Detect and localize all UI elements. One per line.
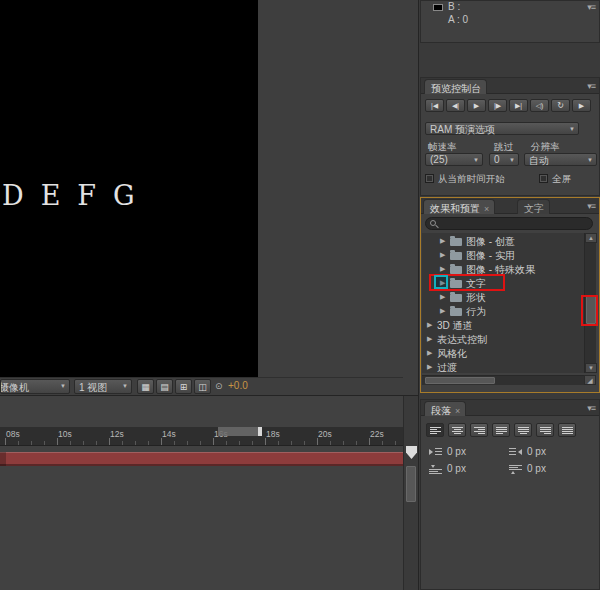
comp-marker-bin[interactable] — [406, 446, 417, 459]
space-after-value[interactable]: 0 px — [527, 463, 546, 474]
expand-arrow-icon[interactable]: ▶ — [440, 237, 445, 245]
hscroll-thumb[interactable] — [425, 377, 495, 384]
time-tick-label: 20s — [318, 429, 332, 439]
expand-arrow-icon[interactable]: ▶ — [440, 279, 445, 287]
go-to-end-button[interactable]: ▶| — [509, 99, 528, 112]
expand-arrow-icon[interactable]: ▶ — [440, 251, 445, 259]
exposure-value[interactable]: +0.0 — [228, 380, 248, 391]
space-before-value[interactable]: 0 px — [447, 463, 466, 474]
layer-bar-in-handle[interactable] — [0, 452, 6, 466]
region-of-interest-button[interactable]: ◫ — [194, 379, 211, 394]
tree-item[interactable]: ▶ 形状 — [422, 290, 584, 304]
view-layout-label: 1 视图 — [79, 381, 107, 395]
tree-item-label: 文字 — [466, 277, 486, 291]
comp-preview-text: DEFG — [2, 180, 152, 211]
tree-item-label: 过渡 — [437, 361, 457, 373]
align-right-button[interactable] — [470, 423, 488, 437]
view-layout-select[interactable]: 1 视图 ▼ — [74, 379, 132, 394]
info-blue-label: B : — [448, 1, 460, 12]
composition-viewport[interactable]: DEFG — [0, 0, 258, 377]
tree-item[interactable]: ▶ 图像 - 实用 — [422, 248, 584, 262]
loop-button[interactable]: ↻ — [551, 99, 570, 112]
tree-item[interactable]: ▶ 表达式控制 — [422, 332, 584, 346]
tree-item[interactable]: ▶ 图像 - 创意 — [422, 234, 584, 248]
resize-grip-icon[interactable]: ◢ — [584, 375, 596, 385]
indent-right-value[interactable]: 0 px — [527, 446, 546, 457]
effects-hscrollbar[interactable] — [422, 375, 584, 385]
close-icon[interactable]: × — [484, 204, 489, 214]
expand-arrow-icon[interactable]: ▶ — [440, 307, 445, 315]
expand-arrow-icon[interactable]: ▶ — [427, 363, 432, 371]
tree-item[interactable]: ▶ 图像 - 特殊效果 — [422, 262, 584, 276]
mask-visibility-button[interactable]: ⊞ — [175, 379, 192, 394]
justify-last-center-button[interactable] — [514, 423, 532, 437]
work-area-bar[interactable] — [218, 427, 262, 436]
folder-icon — [450, 280, 462, 288]
go-to-start-button[interactable]: |◀ — [425, 99, 444, 112]
resolution-value: 自动 — [529, 154, 549, 168]
expand-arrow-icon[interactable]: ▶ — [440, 293, 445, 301]
align-left-button[interactable] — [426, 423, 444, 437]
expand-arrow-icon[interactable]: ▶ — [427, 335, 432, 343]
panel-menu-icon[interactable]: ▾≡ — [587, 81, 595, 91]
layer-duration-bar[interactable] — [0, 452, 403, 466]
grid-toggle-button[interactable]: ▦ — [137, 379, 154, 394]
tab-preview-console[interactable]: 预览控制台 — [424, 79, 487, 94]
folder-icon — [450, 252, 462, 260]
step-forward-button[interactable]: |▶ — [488, 99, 507, 112]
horizontal-divider[interactable] — [0, 395, 418, 396]
step-back-button[interactable]: ◀| — [446, 99, 465, 112]
tree-item[interactable]: ▶ 过渡 — [422, 360, 584, 373]
tree-item[interactable]: ▶ 行为 — [422, 304, 584, 318]
folder-icon — [450, 308, 462, 316]
tab-character[interactable]: 文字 — [517, 199, 550, 214]
ram-options-select[interactable]: RAM 预演选项 ▼ — [425, 122, 579, 135]
panel-menu-icon[interactable]: ▾≡ — [587, 201, 595, 211]
scroll-up-icon[interactable]: ▲ — [585, 233, 597, 243]
preview-tabbar: 预览控制台 ▾≡ — [421, 78, 599, 94]
audio-mute-button[interactable]: ◁) — [530, 99, 549, 112]
tree-item[interactable]: ▶ 3D 通道 — [422, 318, 584, 332]
ram-preview-button[interactable]: ▶ — [572, 99, 591, 112]
work-area-end-handle[interactable] — [258, 427, 262, 436]
scroll-down-icon[interactable]: ▼ — [585, 363, 597, 373]
tree-item-label: 图像 - 创意 — [466, 235, 515, 249]
panel-menu-icon[interactable]: ▾≡ — [587, 2, 595, 12]
camera-select-label: 活动摄像机 — [0, 381, 29, 394]
close-icon[interactable]: × — [455, 406, 460, 416]
expand-arrow-icon[interactable]: ▶ — [427, 349, 432, 357]
timeline-scrollbar-strip — [403, 396, 418, 590]
search-input[interactable] — [425, 217, 593, 230]
vscroll-thumb[interactable] — [586, 296, 596, 324]
justify-last-right-button[interactable] — [536, 423, 554, 437]
time-tick-label: 10s — [58, 429, 72, 439]
fullscreen-checkbox[interactable] — [539, 174, 548, 183]
tab-effects-presets[interactable]: 效果和预置× — [423, 199, 495, 214]
framerate-select[interactable]: (25) ▼ — [425, 153, 483, 166]
timeline-vertical-scrollbar[interactable] — [406, 466, 416, 502]
align-center-button[interactable] — [448, 423, 466, 437]
panel-menu-icon[interactable]: ▾≡ — [587, 403, 595, 413]
info-alpha-label: A : 0 — [448, 14, 468, 25]
tab-paragraph[interactable]: 段落× — [424, 401, 466, 416]
play-button[interactable]: ▶ — [467, 99, 486, 112]
expand-arrow-icon[interactable]: ▶ — [427, 321, 432, 329]
justify-last-left-button[interactable] — [492, 423, 510, 437]
camera-select[interactable]: 活动摄像机 ▼ — [0, 379, 70, 394]
time-ruler[interactable]: 08s 10s 12s 14s 16s 18s 20s 22s — [0, 427, 403, 446]
vertical-divider[interactable] — [418, 0, 419, 590]
time-tick-label: 18s — [266, 429, 280, 439]
guides-toggle-button[interactable]: ▤ — [156, 379, 173, 394]
chevron-down-icon: ▼ — [60, 383, 66, 389]
from-current-time-checkbox[interactable] — [425, 174, 434, 183]
skip-select[interactable]: 0 ▼ — [489, 153, 519, 166]
expand-arrow-icon[interactable]: ▶ — [440, 265, 445, 273]
resolution-select[interactable]: 自动 ▼ — [524, 153, 597, 166]
effects-vscrollbar[interactable]: ▲ ▼ — [584, 233, 596, 373]
indent-left-value[interactable]: 0 px — [447, 446, 466, 457]
justify-all-button[interactable] — [558, 423, 576, 437]
tree-item-label: 风格化 — [437, 347, 467, 361]
color-swatch — [433, 4, 443, 11]
tree-item-text-presets[interactable]: ▶ 文字 — [422, 276, 584, 290]
tree-item[interactable]: ▶ 风格化 — [422, 346, 584, 360]
